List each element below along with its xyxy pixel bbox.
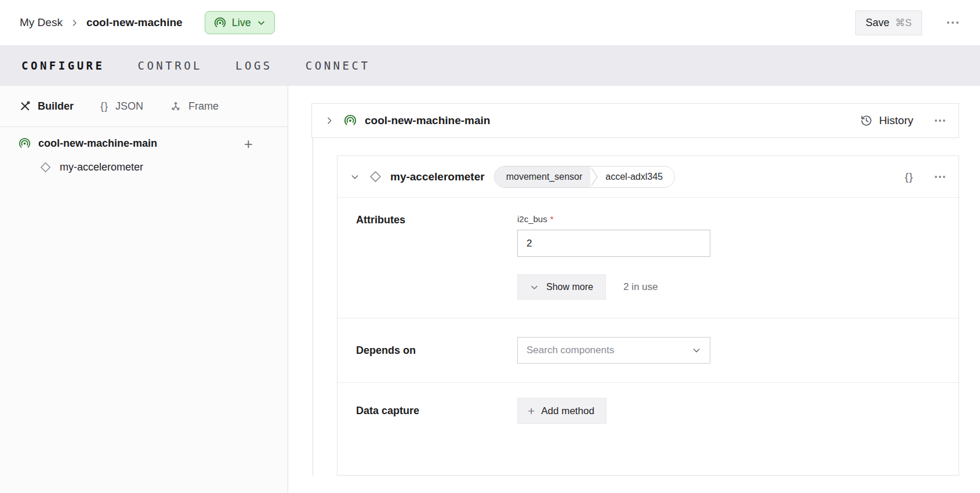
chevron-down-icon [530, 283, 539, 292]
machine-status-badge[interactable]: Live [205, 11, 275, 34]
history-button-label: History [879, 114, 913, 127]
depends-on-section: Depends on [337, 318, 959, 383]
add-method-label: Add method [541, 405, 594, 417]
component-name: my-accelerometer [390, 171, 485, 183]
tab-connect[interactable]: CONNECT [306, 59, 371, 72]
tree-item-label: my-accelerometer [60, 161, 143, 173]
component-menu-button[interactable] [934, 175, 946, 179]
builder-sidebar: Builder {} JSON Frame [0, 86, 288, 493]
save-button[interactable]: Save ⌘S [855, 10, 922, 35]
show-more-label: Show more [546, 282, 593, 292]
component-card-header: my-accelerometer movement_sensor accel-a… [337, 156, 959, 198]
history-button[interactable]: History [860, 114, 913, 127]
config-main-panel: cool-new-machine-main History [288, 86, 980, 493]
view-tab-json[interactable]: {} JSON [100, 100, 143, 113]
depends-on-select[interactable] [517, 337, 710, 364]
chevron-down-icon [257, 19, 266, 27]
save-button-label: Save [866, 17, 890, 29]
attributes-in-use-count: 2 in use [623, 281, 658, 293]
header-actions: Save ⌘S [855, 10, 959, 35]
depends-on-search-input[interactable] [527, 345, 692, 356]
show-more-button[interactable]: Show more [517, 274, 606, 300]
expand-part-button[interactable] [325, 116, 334, 125]
view-tab-label: Frame [188, 100, 219, 113]
edit-json-icon[interactable]: {} [905, 171, 913, 183]
required-marker: * [550, 214, 554, 224]
data-capture-section: Data capture + Add method [337, 383, 959, 475]
tree-item-label: cool-new-machine-main [38, 137, 157, 150]
chevron-down-icon [692, 346, 701, 355]
attributes-fields: i2c_bus * Show more [517, 214, 710, 300]
frame-axes-icon [170, 100, 182, 112]
chevron-right-icon [70, 19, 79, 27]
tag-divider-chevron-icon [590, 166, 598, 187]
history-icon [860, 114, 873, 127]
tree-item-component[interactable]: my-accelerometer [19, 161, 253, 173]
breadcrumb-parent-link[interactable]: My Desk [20, 16, 63, 29]
page-header: My Desk cool-new-machine Live [0, 0, 980, 45]
plus-icon: + [528, 404, 535, 418]
config-view-tabs: Builder {} JSON Frame [0, 86, 288, 127]
status-badge-label: Live [232, 17, 251, 29]
save-shortcut-hint: ⌘S [895, 17, 912, 29]
data-capture-section-label: Data capture [356, 405, 517, 417]
component-diamond-icon [369, 170, 382, 183]
braces-icon: {} [100, 100, 108, 113]
machine-tree: cool-new-machine-main + my-accelerometer [0, 127, 288, 173]
machine-nav-tabs: CONFIGURE CONTROL LOGS CONNECT [0, 45, 980, 86]
view-tab-frame[interactable]: Frame [170, 100, 219, 113]
tab-control[interactable]: CONTROL [137, 59, 202, 72]
header-overflow-menu-button[interactable] [946, 21, 959, 24]
component-diamond-icon [39, 161, 52, 173]
tree-item-machine-part[interactable]: cool-new-machine-main + [19, 137, 253, 150]
machine-part-icon [19, 137, 31, 150]
tab-logs[interactable]: LOGS [235, 59, 273, 72]
i2c-bus-field-label: i2c_bus [517, 214, 547, 224]
show-more-row: Show more 2 in use [517, 274, 710, 300]
depends-on-section-label: Depends on [356, 345, 517, 357]
i2c-bus-label-line: i2c_bus * [517, 214, 710, 224]
view-tab-label: JSON [115, 100, 143, 113]
machine-part-card: cool-new-machine-main History [311, 103, 959, 138]
add-component-button[interactable]: + [244, 138, 253, 150]
machine-name: cool-new-machine [86, 16, 183, 29]
breadcrumb: My Desk cool-new-machine Live [20, 11, 275, 34]
part-card-menu-button[interactable] [934, 119, 946, 122]
view-tab-label: Builder [38, 100, 74, 113]
component-type-model-tag: movement_sensor accel-adxl345 [494, 166, 675, 188]
tab-configure[interactable]: CONFIGURE [21, 59, 104, 72]
view-tab-builder[interactable]: Builder [19, 100, 74, 113]
component-model-tag: accel-adxl345 [598, 166, 674, 187]
tools-icon [19, 100, 31, 112]
configure-content: Builder {} JSON Frame [0, 86, 980, 493]
machine-part-icon [344, 114, 357, 127]
attributes-section-label: Attributes [356, 214, 517, 300]
part-card-title: cool-new-machine-main [365, 114, 490, 127]
component-type-tag: movement_sensor [495, 166, 591, 187]
component-card: my-accelerometer movement_sensor accel-a… [337, 155, 959, 476]
part-children: my-accelerometer movement_sensor accel-a… [313, 138, 959, 476]
machine-page: My Desk cool-new-machine Live [0, 0, 980, 493]
add-method-button[interactable]: + Add method [517, 398, 607, 424]
attributes-section: Attributes i2c_bus * [337, 198, 959, 318]
i2c-bus-input[interactable] [517, 230, 710, 257]
broadcast-icon [214, 17, 226, 29]
collapse-component-button[interactable] [350, 172, 360, 182]
